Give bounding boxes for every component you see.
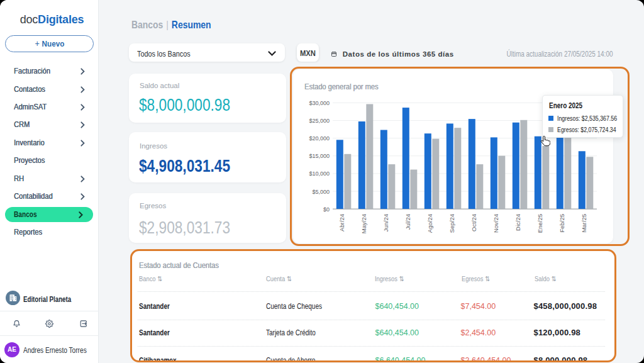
svg-text:$0: $0: [323, 206, 330, 213]
svg-text:Nov/24: Nov/24: [492, 214, 499, 233]
svg-text:$25,000: $25,000: [309, 118, 330, 124]
svg-text:Ago/24: Ago/24: [426, 214, 433, 233]
svg-text:$20,000: $20,000: [309, 135, 330, 142]
svg-text:Jul/24: Jul/24: [404, 214, 411, 230]
svg-text:$30,000: $30,000: [309, 100, 330, 106]
svg-text:Oct/24: Oct/24: [470, 214, 477, 232]
svg-text:Jun/24: Jun/24: [382, 214, 389, 232]
svg-text:Feb/25: Feb/25: [558, 214, 565, 233]
svg-text:$5,000: $5,000: [312, 189, 330, 195]
svg-text:Sep/24: Sep/24: [448, 214, 455, 233]
svg-text:$15,000: $15,000: [309, 153, 330, 159]
svg-text:Dic/24: Dic/24: [514, 214, 521, 231]
svg-text:Mar/25: Mar/25: [580, 214, 587, 233]
svg-text:Ene/25: Ene/25: [536, 214, 543, 233]
svg-text:$10,000: $10,000: [309, 170, 330, 177]
svg-text:May/24: May/24: [360, 214, 367, 233]
svg-text:Abr/24: Abr/24: [338, 214, 345, 232]
